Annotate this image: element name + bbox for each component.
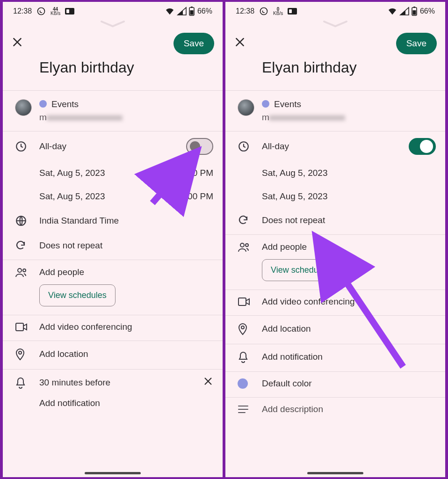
svg-point-0 bbox=[38, 8, 45, 15]
bell-icon bbox=[15, 377, 26, 389]
view-schedules-button[interactable]: View schedules bbox=[39, 284, 116, 306]
all-day-label: All-day bbox=[39, 141, 66, 152]
add-notification-label: Add notification bbox=[39, 398, 100, 408]
calendar-picker[interactable]: Events mxxxxxxxxxxxxxxxxxx bbox=[3, 91, 223, 129]
whatsapp-icon bbox=[36, 7, 46, 16]
svg-point-23 bbox=[241, 326, 244, 329]
battery-icon bbox=[412, 7, 417, 16]
add-people-row[interactable]: Add people bbox=[225, 235, 445, 259]
color-dot-icon bbox=[238, 378, 248, 389]
event-title-input[interactable]: Elyan birthday bbox=[225, 56, 445, 88]
all-day-toggle[interactable] bbox=[186, 138, 213, 155]
screenshot-left: 12:38 44 KB/s 66% bbox=[3, 0, 223, 479]
calendar-name: Events bbox=[39, 99, 123, 109]
start-date-row[interactable]: Sat, Aug 5, 2023 bbox=[225, 161, 445, 185]
svg-rect-18 bbox=[412, 10, 416, 15]
end-date-row[interactable]: Sat, Aug 5, 2023 bbox=[225, 185, 445, 208]
end-date: Sat, Aug 5, 2023 bbox=[262, 191, 328, 202]
wifi-icon bbox=[165, 7, 175, 15]
remove-notification-icon[interactable] bbox=[203, 376, 213, 389]
repeat-row[interactable]: Does not repeat bbox=[225, 208, 445, 232]
event-title-input[interactable]: Elyan birthday bbox=[3, 56, 223, 88]
signal-icon bbox=[400, 7, 409, 15]
close-icon[interactable] bbox=[11, 36, 30, 51]
repeat-icon bbox=[15, 240, 26, 251]
status-bar: 12:38 44 KB/s 66% bbox=[3, 2, 223, 19]
battery-percent: 66% bbox=[197, 7, 212, 15]
account-avatar bbox=[15, 99, 32, 116]
android-nav-handle bbox=[85, 472, 141, 474]
whatsapp-icon bbox=[259, 7, 268, 16]
save-button[interactable]: Save bbox=[396, 33, 437, 54]
all-day-row: All-day bbox=[225, 131, 445, 161]
svg-rect-15 bbox=[289, 9, 292, 13]
svg-rect-5 bbox=[190, 10, 193, 15]
repeat-label: Does not repeat bbox=[262, 215, 325, 225]
save-button[interactable]: Save bbox=[173, 33, 214, 54]
battery-icon bbox=[189, 7, 195, 16]
video-icon bbox=[15, 322, 28, 332]
svg-rect-2 bbox=[66, 9, 69, 13]
end-time[interactable]: 2:00 PM bbox=[180, 191, 213, 202]
default-color-row[interactable]: Default color bbox=[225, 372, 445, 395]
bell-icon bbox=[238, 351, 249, 363]
add-notification-row[interactable]: Add notification bbox=[3, 395, 223, 415]
notification-preset-row[interactable]: 30 minutes before bbox=[3, 370, 223, 395]
repeat-label: Does not repeat bbox=[39, 240, 102, 251]
start-time[interactable]: 1:00 PM bbox=[180, 168, 213, 178]
all-day-label: All-day bbox=[262, 141, 289, 152]
status-time: 12:38 bbox=[236, 7, 254, 15]
add-people-row[interactable]: Add people bbox=[3, 260, 223, 284]
svg-point-20 bbox=[240, 243, 244, 247]
svg-rect-22 bbox=[238, 298, 246, 305]
people-icon bbox=[238, 241, 251, 253]
location-row[interactable]: Add location bbox=[225, 316, 445, 342]
location-icon bbox=[15, 348, 25, 361]
all-day-toggle[interactable] bbox=[409, 138, 436, 155]
start-date: Sat, Aug 5, 2023 bbox=[39, 168, 105, 178]
repeat-icon bbox=[238, 215, 249, 226]
location-label: Add location bbox=[262, 324, 311, 334]
svg-rect-4 bbox=[191, 7, 193, 8]
card-icon bbox=[65, 8, 74, 15]
calendar-name: Events bbox=[262, 99, 345, 109]
default-color-label: Default color bbox=[262, 378, 312, 389]
start-date: Sat, Aug 5, 2023 bbox=[262, 168, 328, 178]
timezone-label: India Standard Time bbox=[39, 216, 119, 226]
battery-percent: 66% bbox=[420, 7, 435, 15]
globe-icon bbox=[15, 215, 27, 227]
timezone-row[interactable]: India Standard Time bbox=[3, 208, 223, 233]
view-schedules-button[interactable]: View schedules bbox=[262, 259, 338, 281]
description-icon bbox=[238, 405, 249, 414]
location-icon bbox=[238, 322, 248, 335]
svg-point-8 bbox=[18, 269, 22, 272]
clock-icon bbox=[15, 140, 27, 152]
end-date-row[interactable]: Sat, Aug 5, 2023 2:00 PM bbox=[3, 185, 223, 208]
signal-icon bbox=[178, 7, 186, 15]
add-notification-row[interactable]: Add notification bbox=[225, 344, 445, 370]
location-row[interactable]: Add location bbox=[3, 341, 223, 367]
pull-down-indicator bbox=[3, 19, 223, 29]
calendar-picker[interactable]: Events mxxxxxxxxxxxxxxxxxx bbox=[225, 91, 445, 129]
video-conferencing-row[interactable]: Add video conferencing bbox=[225, 290, 445, 313]
svg-rect-17 bbox=[413, 7, 415, 8]
add-description-label: Add description bbox=[262, 404, 323, 414]
svg-point-9 bbox=[23, 269, 26, 272]
account-email-masked: xxxxxxxxxxxxxxxxxx bbox=[47, 113, 123, 122]
video-conferencing-row[interactable]: Add video conferencing bbox=[3, 315, 223, 339]
svg-point-21 bbox=[246, 244, 248, 247]
add-notification-label: Add notification bbox=[262, 352, 323, 362]
add-people-label: Add people bbox=[39, 267, 84, 277]
svg-point-11 bbox=[19, 351, 22, 354]
wifi-icon bbox=[387, 7, 397, 15]
pull-down-indicator bbox=[225, 19, 445, 29]
add-description-row[interactable]: Add description bbox=[225, 398, 445, 421]
close-icon[interactable] bbox=[234, 36, 253, 51]
account-avatar bbox=[238, 99, 254, 116]
video-icon bbox=[238, 297, 251, 306]
start-date-row[interactable]: Sat, Aug 5, 2023 1:00 PM bbox=[3, 161, 223, 185]
add-people-label: Add people bbox=[262, 242, 307, 252]
svg-point-13 bbox=[260, 8, 267, 15]
repeat-row[interactable]: Does not repeat bbox=[3, 233, 223, 258]
android-nav-handle bbox=[307, 472, 363, 474]
